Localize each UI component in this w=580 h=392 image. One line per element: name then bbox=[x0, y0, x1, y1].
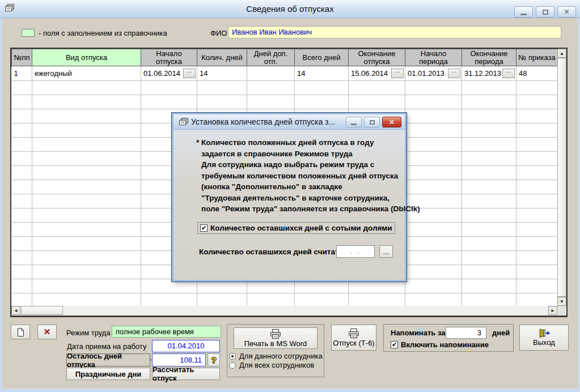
cell-end: 15.06.2014... bbox=[349, 66, 405, 81]
col-days[interactable]: Колич. дней bbox=[197, 49, 247, 66]
period-end-picker-button[interactable]: ... bbox=[502, 69, 515, 78]
minimize-button[interactable] bbox=[514, 6, 533, 18]
cell-period-start: 01.01.2013... bbox=[405, 66, 462, 81]
dialog-minimize-button[interactable] bbox=[346, 117, 362, 127]
radio-all-employees[interactable]: Для всех сотрудников bbox=[229, 361, 314, 369]
calculate-vacation-button[interactable]: Рассчитать отпуск bbox=[152, 368, 220, 380]
enable-reminder-checkbox[interactable]: ✔ bbox=[391, 341, 398, 348]
delete-icon: ✕ bbox=[44, 327, 51, 337]
window-frame bbox=[0, 18, 2, 392]
scroll-left-icon[interactable]: ◄ bbox=[11, 306, 20, 315]
count-from-date-picker-button[interactable]: ... bbox=[379, 245, 393, 258]
note-line: задается в справочнике Режимов труда bbox=[201, 148, 420, 160]
exit-label: Выход bbox=[533, 338, 555, 347]
enable-reminder-row[interactable]: ✔ Включить напоминание bbox=[391, 340, 489, 349]
delete-record-button[interactable]: ✕ bbox=[37, 325, 57, 339]
printer-icon bbox=[269, 329, 282, 339]
green-legend-swatch bbox=[22, 29, 35, 37]
new-record-button[interactable] bbox=[11, 325, 30, 339]
exit-button[interactable]: Выход bbox=[519, 325, 569, 351]
start-date-picker-button[interactable]: ... bbox=[183, 69, 196, 78]
cell-order-num: 48 bbox=[517, 66, 558, 81]
work-mode-label: Режим труда bbox=[66, 329, 111, 337]
print-t6-button[interactable]: Отпуск (Т-6) bbox=[331, 325, 376, 351]
col-order-num[interactable]: № приказа bbox=[517, 49, 558, 66]
window-frame bbox=[0, 389, 580, 392]
fio-field[interactable]: Иванов Иван Иванович bbox=[228, 26, 561, 39]
note-line: * Количество положенных дней отпуска в г… bbox=[196, 137, 420, 148]
note-line: требуемым количеством положенных дней от… bbox=[201, 171, 420, 182]
note-line: (кнопка "Дополнительно" в закладке bbox=[201, 181, 420, 193]
legend-label: - поля с заполнением из справочника bbox=[39, 29, 167, 37]
col-num[interactable]: №пп bbox=[12, 49, 32, 66]
note-line: поле "Режим труда" заполняется из справо… bbox=[201, 203, 420, 215]
dialog-title: Установка количества дней отпуска з... bbox=[191, 117, 335, 126]
radio-current-employee[interactable]: Для данного сотрудника bbox=[229, 352, 323, 360]
end-date-picker-button[interactable]: ... bbox=[391, 69, 404, 78]
cell-days: 14 bbox=[197, 66, 247, 81]
fio-label: ФИО bbox=[210, 29, 227, 37]
work-mode-field[interactable]: полное рабочее время bbox=[112, 326, 221, 338]
cell-start: 01.06.2014... bbox=[141, 66, 197, 81]
close-icon: ✕ bbox=[389, 118, 395, 126]
maximize-button[interactable] bbox=[536, 6, 554, 18]
vacation-days-settings-dialog: Установка количества дней отпуска з... ✕… bbox=[172, 113, 407, 282]
hundredths-checkbox-row[interactable]: ✔ Количество оставшихся дней с сотыми до… bbox=[197, 222, 395, 234]
col-total-days[interactable]: Всего дней bbox=[295, 49, 349, 66]
holidays-button[interactable]: Праздничные дни bbox=[66, 368, 150, 380]
window-titlebar: Сведения об отпусках ✕ bbox=[0, 0, 580, 18]
radio-selected-icon bbox=[229, 353, 236, 360]
print-word-button[interactable]: Печать в MS Word bbox=[234, 327, 317, 349]
days-left-label: Осталось дней отпуска bbox=[66, 353, 150, 367]
remind-days-input[interactable]: 3 bbox=[446, 327, 486, 339]
dialog-close-button[interactable]: ✕ bbox=[382, 117, 401, 127]
col-period-end[interactable]: Окончание периода bbox=[462, 49, 517, 66]
hire-date-field[interactable]: 01.04.2010 bbox=[152, 340, 220, 352]
hire-date-label: Дата приема на работу bbox=[67, 342, 146, 351]
col-end[interactable]: Окончание отпуска bbox=[349, 49, 405, 66]
days-left-help-button[interactable]: ? bbox=[208, 353, 220, 367]
table-header-row: №пп Вид отпуска Начало отпуска Колич. дн… bbox=[12, 49, 558, 66]
table-row bbox=[12, 293, 558, 308]
dialog-cardfile-icon bbox=[178, 117, 189, 129]
remind-label: Напоминать за bbox=[391, 329, 445, 337]
note-line: "Трудовая деятельность" в карточке сотру… bbox=[201, 193, 420, 204]
radio-unselected-icon bbox=[229, 362, 236, 369]
hundredths-checkbox-label: Количество оставшихся дней с сотыми доля… bbox=[210, 224, 392, 232]
scroll-down-icon[interactable]: ▼ bbox=[557, 297, 566, 306]
horizontal-scroll-thumb[interactable] bbox=[21, 306, 63, 315]
count-from-date-input[interactable]: . . bbox=[336, 245, 375, 258]
hundredths-checkbox[interactable]: ✔ bbox=[200, 224, 208, 232]
close-button[interactable]: ✕ bbox=[557, 6, 576, 18]
horizontal-scrollbar[interactable]: ◄ ► bbox=[11, 306, 557, 316]
minimize-icon bbox=[351, 123, 357, 125]
days-left-field[interactable]: 108,11 bbox=[152, 353, 206, 367]
print-word-label: Печать в MS Word bbox=[244, 339, 307, 348]
col-vacation-type[interactable]: Вид отпуска bbox=[32, 49, 141, 66]
vertical-scrollbar[interactable]: ▲ ▼ bbox=[557, 49, 566, 306]
col-period-start[interactable]: Начало периода bbox=[405, 49, 462, 66]
table-row bbox=[12, 95, 558, 109]
end-date-value: 15.06.2014 bbox=[351, 69, 388, 78]
remind-units-label: дней bbox=[492, 329, 510, 337]
minimize-icon bbox=[520, 14, 527, 15]
start-date-value: 01.06.2014 bbox=[143, 69, 180, 78]
radio-current-employee-label: Для данного сотрудника bbox=[239, 352, 323, 360]
maximize-icon bbox=[370, 120, 375, 125]
cell-extra-days bbox=[247, 66, 295, 81]
dialog-titlebar: Установка количества дней отпуска з... ✕ bbox=[173, 114, 405, 130]
cell-num: 1 bbox=[12, 66, 32, 81]
table-row[interactable]: 1 ежегодный 01.06.2014... 14 14 15.06.20… bbox=[12, 66, 558, 81]
enable-reminder-label: Включить напоминание bbox=[401, 340, 489, 349]
period-start-picker-button[interactable]: ... bbox=[448, 69, 460, 78]
vertical-scroll-thumb[interactable] bbox=[557, 58, 566, 297]
dialog-maximize-button[interactable] bbox=[364, 117, 380, 127]
scroll-up-icon[interactable]: ▲ bbox=[557, 49, 566, 58]
col-start[interactable]: Начало отпуска bbox=[141, 49, 197, 66]
vacations-window: Сведения об отпусках ✕ - поля с заполнен… bbox=[0, 0, 580, 392]
col-extra-days[interactable]: Дней доп. отп. bbox=[247, 49, 295, 66]
cell-period-end: 31.12.2013... bbox=[462, 66, 517, 81]
scroll-right-icon[interactable]: ► bbox=[548, 306, 557, 315]
printer-icon bbox=[348, 329, 360, 338]
new-document-icon bbox=[16, 327, 24, 337]
